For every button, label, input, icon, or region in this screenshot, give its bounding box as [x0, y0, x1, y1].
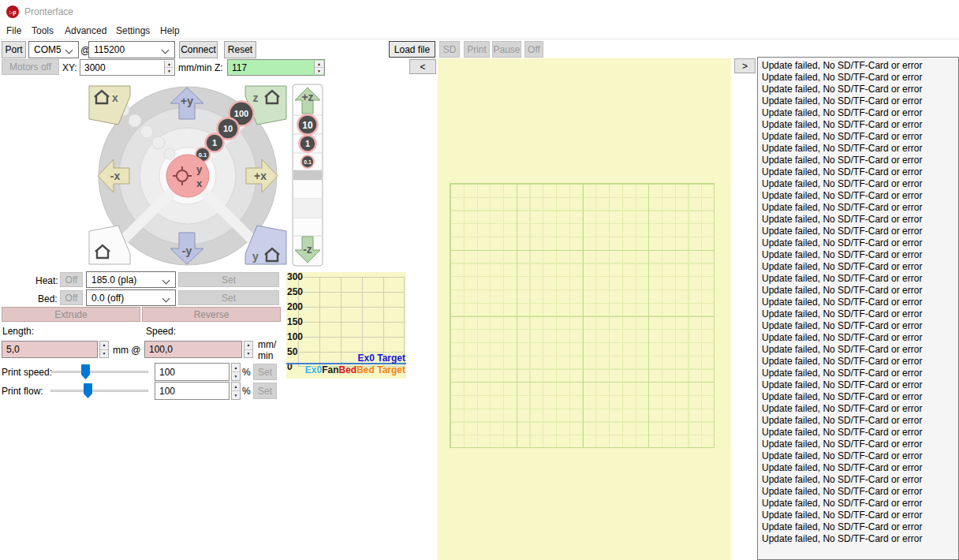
plus-z-label: +z [301, 91, 313, 103]
print-button[interactable]: Print [464, 41, 490, 58]
menu-help[interactable]: Help [160, 25, 180, 36]
collapse-left-button[interactable]: < [409, 59, 436, 74]
extrude-length-spinner[interactable]: ▲▼ [99, 341, 109, 358]
print-speed-slider-track[interactable] [50, 371, 148, 373]
length-label: Length: [2, 326, 34, 337]
port-select[interactable]: COM5 [28, 41, 79, 58]
spin-down-icon[interactable]: ▼ [100, 350, 108, 358]
app-icon: :-p [6, 6, 19, 18]
log-line: Update failed, No SD/TF-Card or error [762, 273, 958, 285]
z-feed-spinner[interactable]: ▲▼ [314, 61, 323, 74]
temp-tick-50: 50 [287, 346, 297, 357]
log-line: Update failed, No SD/TF-Card or error [762, 214, 958, 226]
temp-legend-row2: Ex0FanBedBed Target [305, 364, 405, 375]
spin-up-icon[interactable]: ▲ [244, 342, 252, 350]
bed-viewer-canvas[interactable] [438, 58, 731, 560]
z-distance-10[interactable]: 10 [298, 115, 318, 135]
spin-up-icon[interactable]: ▲ [232, 364, 240, 372]
extrude-speed-input[interactable]: 100,0 [144, 341, 242, 358]
z-distance-1[interactable]: 1 [300, 136, 316, 152]
log-line: Update failed, No SD/TF-Card or error [762, 285, 958, 297]
print-speed-value: 100 [159, 367, 175, 378]
print-flow-slider-track[interactable] [50, 390, 148, 392]
load-file-button[interactable]: Load file [389, 41, 435, 58]
print-flow-input[interactable]: 100 [155, 382, 229, 400]
z-distance-10-label: 10 [302, 120, 313, 131]
print-flow-value: 100 [159, 386, 175, 397]
motors-off-button[interactable]: Motors off [2, 59, 59, 75]
temp-legend-target: Ex0 Target [358, 353, 405, 364]
xy-feed-input[interactable]: 3000 ▲▼ [80, 59, 175, 76]
print-speed-spinner[interactable]: ▲▼ [231, 363, 241, 381]
z-stripe[interactable] [293, 199, 322, 218]
spin-up-icon[interactable]: ▲ [232, 383, 240, 391]
spin-up-icon[interactable]: ▲ [165, 61, 174, 68]
heat-off-button[interactable]: Off [60, 272, 83, 287]
log-line: Update failed, No SD/TF-Card or error [762, 166, 958, 178]
bed-label: Bed: [38, 293, 58, 304]
length-unit-label: mm @ [113, 345, 141, 356]
print-speed-set-button[interactable]: Set [253, 364, 277, 380]
distance-1-label: 1 [212, 138, 217, 147]
bed-off-button[interactable]: Off [60, 290, 83, 305]
spin-down-icon[interactable]: ▼ [315, 68, 323, 74]
print-flow-spinner[interactable]: ▲▼ [231, 382, 241, 400]
heat-set-button[interactable]: Set [178, 272, 279, 287]
title-bar: :-p Pronterface [0, 0, 959, 21]
home-z-label: z [253, 91, 259, 104]
xy-feed-spinner[interactable]: ▲▼ [164, 61, 174, 74]
z-feed-label: mm/min Z: [178, 62, 223, 73]
menu-tools[interactable]: Tools [32, 25, 54, 36]
off-button[interactable]: Off [524, 41, 543, 58]
bed-set-button[interactable]: Set [178, 290, 279, 305]
minus-y-label: -y [182, 245, 192, 257]
z-feed-value: 117 [232, 62, 247, 73]
xy-feed-label: XY: [62, 62, 77, 73]
chevron-down-icon [65, 47, 73, 54]
log-line: Update failed, No SD/TF-Card or error [762, 143, 958, 155]
extrude-button[interactable]: Extrude [2, 307, 140, 322]
chevron-down-icon [162, 277, 170, 285]
menu-file[interactable]: File [6, 25, 21, 36]
spin-down-icon[interactable]: ▼ [165, 68, 174, 74]
print-flow-set-button[interactable]: Set [253, 383, 277, 399]
spin-up-icon[interactable]: ▲ [315, 61, 323, 68]
spin-down-icon[interactable]: ▼ [232, 372, 240, 380]
spin-down-icon[interactable]: ▼ [232, 391, 240, 399]
center-y-label: y [196, 163, 203, 175]
spin-down-icon[interactable]: ▼ [244, 350, 252, 358]
log-line: Update failed, No SD/TF-Card or error [762, 368, 958, 379]
print-speed-input[interactable]: 100 [155, 363, 229, 381]
log-line: Update failed, No SD/TF-Card or error [762, 510, 958, 521]
connect-button[interactable]: Connect [179, 41, 218, 58]
z-feed-input[interactable]: 117 ▲▼ [227, 59, 325, 76]
print-flow-slider-thumb[interactable] [84, 383, 92, 398]
port-button[interactable]: Port [2, 41, 26, 58]
heat-temp-select[interactable]: 185.0 (pla) [86, 271, 176, 288]
jog-center-button[interactable]: y x [166, 155, 209, 197]
bed-temp-select[interactable]: 0.0 (off) [86, 289, 176, 306]
menu-settings[interactable]: Settings [116, 25, 150, 36]
reset-button[interactable]: Reset [224, 41, 256, 58]
log-line: Update failed, No SD/TF-Card or error [762, 119, 958, 131]
z-distance-01[interactable]: 0.1 [301, 155, 314, 168]
extrude-speed-value: 100,0 [149, 344, 173, 355]
menu-advanced[interactable]: Advanced [65, 25, 106, 36]
log-line: Update failed, No SD/TF-Card or error [762, 249, 958, 261]
log-panel[interactable]: Update failed, No SD/TF-Card or errorUpd… [757, 57, 959, 560]
menu-bar: File Tools Advanced Settings Help [0, 22, 959, 39]
baud-select[interactable]: 115200 [88, 41, 175, 58]
z-selected-band[interactable] [293, 170, 322, 180]
pause-button[interactable]: Pause [492, 41, 521, 58]
extrude-speed-spinner[interactable]: ▲▼ [244, 341, 253, 358]
home-y-label: y [252, 250, 259, 263]
sd-button[interactable]: SD [439, 41, 460, 58]
extrude-length-input[interactable]: 5,0 [2, 341, 98, 358]
log-line: Update failed, No SD/TF-Card or error [762, 308, 958, 320]
reverse-button[interactable]: Reverse [142, 307, 281, 322]
spin-up-icon[interactable]: ▲ [100, 342, 108, 350]
log-line: Update failed, No SD/TF-Card or error [762, 427, 958, 439]
collapse-right-button[interactable]: > [734, 58, 756, 73]
print-speed-slider-thumb[interactable] [81, 364, 90, 379]
log-line: Update failed, No SD/TF-Card or error [762, 178, 958, 190]
